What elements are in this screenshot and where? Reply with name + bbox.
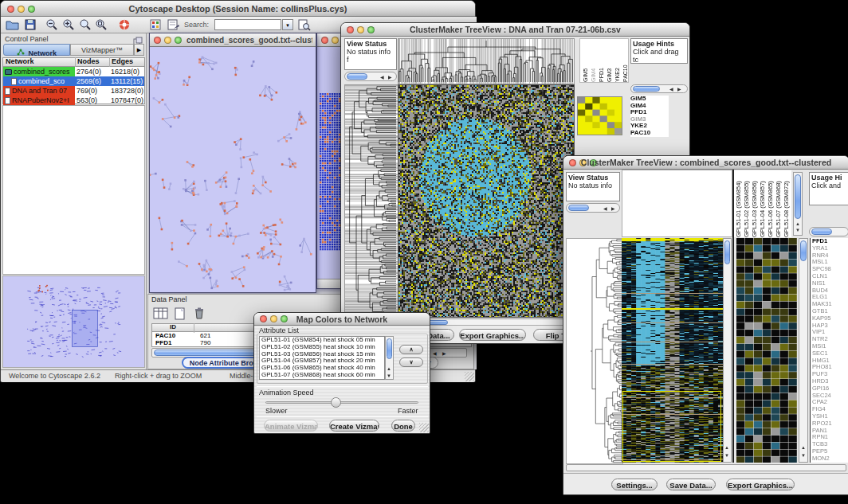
column-dendrogram-canvas[interactable]	[398, 38, 575, 84]
scrollbar-thumb[interactable]	[800, 240, 807, 261]
attribute-list-item[interactable]: GPL51-07 (GSM868) heat shock 60 min	[260, 372, 384, 379]
scroll-down-icon[interactable]: ▼	[801, 452, 806, 459]
selected-cluster-heatmap-canvas[interactable]	[577, 96, 622, 135]
view-status-scrollbar[interactable]: ◀▶	[344, 72, 397, 81]
zoom-window-icon[interactable]	[175, 37, 182, 44]
scroll-left-icon[interactable]: ◀	[603, 205, 607, 212]
network-name-cell[interactable]: DNA and Tran 07	[3, 86, 75, 96]
move-up-button[interactable]: ∧	[399, 345, 423, 354]
scroll-down-icon[interactable]: ▼	[387, 373, 391, 379]
zoom-heatmap-canvas[interactable]	[736, 238, 797, 463]
column-header-network[interactable]: Network	[3, 57, 75, 67]
resize-grip[interactable]	[465, 372, 474, 381]
scroll-up-icon[interactable]: ▲	[801, 444, 806, 451]
vizmapper-icon[interactable]	[149, 18, 162, 34]
zoom-fit-icon[interactable]	[95, 18, 108, 34]
network-name-cell[interactable]: combined_scores	[3, 67, 75, 76]
scroll-right-icon[interactable]: ▶	[677, 86, 681, 92]
resize-grip[interactable]	[419, 423, 429, 432]
zoom-selected-icon[interactable]	[79, 18, 92, 34]
tab-network[interactable]: Network	[3, 44, 70, 56]
delete-attribute-icon[interactable]	[192, 307, 206, 324]
tab-overflow-icon[interactable]: ▶	[134, 44, 144, 56]
scroll-right-icon[interactable]: ▶	[611, 205, 615, 212]
view-status-scrollbar[interactable]: ◀▶	[566, 203, 620, 213]
minimize-icon[interactable]	[332, 37, 339, 44]
treeview1-titlebar[interactable]: ClusterMaker TreeView : DNA and Tran 07-…	[341, 23, 689, 37]
scroll-left-icon[interactable]: ◀	[433, 350, 437, 357]
scroll-left-icon[interactable]: ◀	[380, 74, 384, 80]
scroll-down-icon[interactable]: ▼	[724, 452, 729, 459]
scroll-left-icon[interactable]: ◀	[669, 86, 673, 92]
help-ring-icon[interactable]	[118, 18, 131, 34]
network-view-canvas[interactable]	[150, 47, 316, 292]
move-down-button[interactable]: ∨	[399, 357, 423, 367]
new-attribute-icon[interactable]	[173, 307, 187, 324]
scrollbar-thumb[interactable]	[387, 338, 392, 359]
scrollbar-thumb[interactable]	[795, 174, 801, 219]
scroll-down-icon[interactable]: ▼	[795, 227, 800, 233]
global-heatmap-canvas[interactable]	[622, 238, 723, 463]
close-icon[interactable]	[321, 37, 328, 44]
scroll-right-icon[interactable]: ▶	[442, 350, 446, 357]
save-icon[interactable]	[24, 18, 37, 34]
close-icon[interactable]	[154, 37, 161, 44]
scrollbar-thumb[interactable]	[347, 73, 367, 80]
row-dendrogram-canvas[interactable]	[566, 238, 623, 464]
annotation-icon[interactable]	[167, 18, 180, 34]
attribute-listbox[interactable]: GPL51-01 (GSM854) heat shock 05 minGPL51…	[259, 336, 385, 380]
column-labels-vscrollbar[interactable]: ▲ ▼	[793, 172, 803, 236]
network-table-row[interactable]: combined_sco2569(6)13112(15)	[3, 76, 144, 86]
global-vscrollbar[interactable]: ▲ ▼	[723, 238, 732, 463]
column-header-nodes[interactable]: Nodes	[75, 57, 109, 67]
scrollbar-thumb[interactable]	[811, 229, 832, 235]
row-dendrogram-canvas[interactable]	[344, 84, 398, 318]
column-header-edges[interactable]: Edges	[109, 57, 144, 67]
usage-scrollbar[interactable]: ◀▶	[630, 84, 688, 93]
scrollbar-thumb[interactable]	[724, 240, 730, 264]
frame1-titlebar[interactable]: combined_scores_good.txt--cluste...	[150, 33, 316, 47]
dialog-titlebar[interactable]: Map Colors to Network	[254, 313, 430, 326]
settings-button[interactable]: Settings...	[611, 479, 658, 490]
zoom-in-icon[interactable]	[62, 18, 75, 34]
scrollbar-thumb[interactable]	[568, 205, 589, 211]
gene-label[interactable]: MON2	[811, 455, 848, 463]
tab-vizmapper[interactable]: VizMapper™	[70, 44, 134, 56]
network-overview[interactable]	[2, 275, 145, 368]
scroll-up-icon[interactable]: ▲	[795, 221, 800, 227]
export-graphics-button[interactable]: Export Graphics...	[459, 329, 526, 341]
scroll-right-icon[interactable]: ▶	[388, 74, 392, 80]
main-titlebar[interactable]: Cytoscape Desktop (Session Name: collins…	[1, 1, 475, 17]
network-name-cell[interactable]: combined_sco	[3, 76, 75, 86]
done-button[interactable]: Done	[391, 420, 415, 432]
network-name-cell[interactable]: RNAPuberNov2+I	[3, 96, 75, 105]
search-dropdown-icon[interactable]: ▼	[282, 19, 293, 30]
export-graphics-button[interactable]: Export Graphics...	[726, 479, 795, 490]
scrollbar-thumb[interactable]	[633, 86, 660, 92]
attribute-list-vscrollbar[interactable]: ▲ ▼	[385, 336, 394, 380]
treeview2-titlebar[interactable]: ClusterMaker TreeView : combined_scores_…	[563, 156, 848, 170]
network-table-row[interactable]: combined_scores2764(0)16218(0)	[3, 67, 144, 76]
scroll-up-icon[interactable]: ▲	[387, 365, 391, 372]
network-table-row[interactable]: RNAPuberNov2+I563(0)107847(0)	[3, 96, 144, 105]
network-overview-canvas[interactable]	[3, 276, 144, 367]
search-input[interactable]	[214, 19, 281, 30]
animation-slider-knob[interactable]	[331, 397, 341, 408]
bottom-hscrollbar[interactable]	[566, 464, 846, 471]
scroll-up-icon[interactable]: ▲	[724, 444, 729, 451]
network-table-row[interactable]: DNA and Tran 07769(0)183728(0)	[3, 86, 144, 96]
animation-slider-track[interactable]	[265, 401, 418, 404]
zoom-out-icon[interactable]	[45, 18, 58, 34]
column-label: PFD1	[598, 39, 605, 82]
attribute-table-icon[interactable]	[153, 307, 169, 324]
column-header-id[interactable]: ID	[152, 323, 194, 333]
create-vizmap-button[interactable]: Create Vizmap	[329, 420, 379, 432]
usage-scrollbar[interactable]	[809, 227, 848, 236]
column-dendrogram-area[interactable]	[622, 170, 732, 237]
zoom-vscrollbar[interactable]: ▲ ▼	[799, 238, 808, 463]
minimize-icon[interactable]	[164, 37, 171, 44]
advanced-search-icon[interactable]	[297, 18, 311, 34]
save-data-button[interactable]: Save Data...	[666, 479, 716, 490]
heatmap-canvas[interactable]	[398, 84, 575, 318]
open-file-icon[interactable]	[6, 18, 19, 34]
